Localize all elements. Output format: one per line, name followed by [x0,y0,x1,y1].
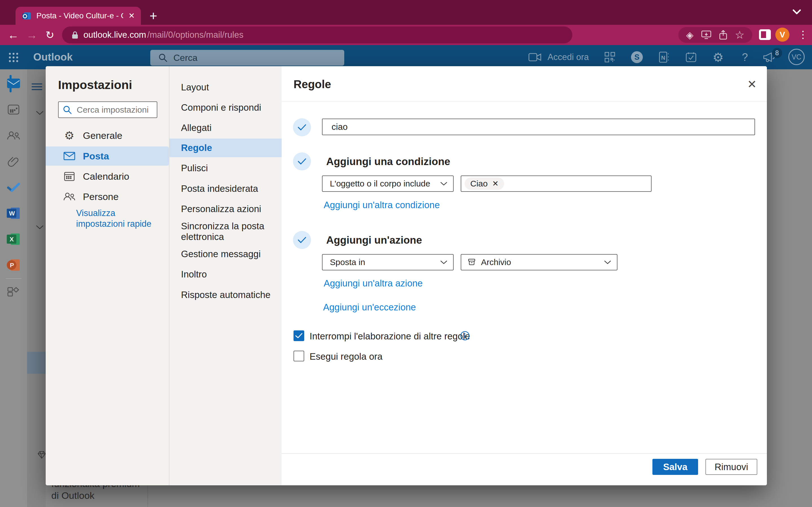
settings-nav-people[interactable]: Persone [46,187,169,206]
search-icon [63,105,72,115]
mail-nav-sync[interactable]: Sincronizza la posta elettronica [169,217,282,245]
settings-search-input[interactable] [76,105,151,115]
outlook-favicon-icon [22,11,31,20]
app-rail: W X P [0,69,27,507]
rail-calendar-icon[interactable] [0,103,27,116]
rail-bundles-icon[interactable] [0,285,27,298]
mail-nav-forwarding[interactable]: Inoltro [169,264,282,284]
new-tab-button[interactable]: + [145,7,162,24]
info-icon[interactable] [460,331,470,341]
rail-powerpoint-icon[interactable]: P [0,258,27,272]
mail-icon [63,152,75,160]
expand-chevron-icon[interactable] [36,225,44,230]
sign-in-link[interactable]: Accedi ora [548,45,589,69]
meet-camera-icon[interactable] [528,45,542,69]
condition-operator-select[interactable]: L'oggetto o il corpo include [322,175,454,192]
rules-editor-pane: Regole ✕ Aggiungi una condizione L'ogget… [282,66,767,485]
remove-button[interactable]: Rimuovi [705,459,757,475]
notification-badge: 8 [772,48,782,58]
mail-nav-customize-actions[interactable]: Personalizza azioni [169,199,282,219]
app-launcher-waffle-icon[interactable] [8,52,19,63]
side-panel-icon[interactable] [759,29,771,40]
onenote-icon[interactable]: N [657,45,671,69]
rail-attachments-icon[interactable] [0,155,27,168]
settings-gear-icon[interactable]: ⚙ [711,45,725,69]
rail-mail-icon[interactable] [0,76,27,90]
condition-value-box[interactable]: Ciao ✕ [461,175,652,192]
action-target-select[interactable]: Archivio [461,254,617,270]
url-bar[interactable]: outlook.live.com /mail/0/options/mail/ru… [62,26,572,43]
add-condition-link[interactable]: Aggiungi un'altra condizione [324,200,440,210]
rail-people-icon[interactable] [0,129,27,142]
tab-close-icon[interactable]: ✕ [128,11,135,20]
rules-title: Regole [294,78,331,91]
mail-nav-compose[interactable]: Componi e rispondi [169,98,282,118]
calendar-icon [63,172,75,181]
share-icon[interactable] [719,30,727,40]
bookmark-star-icon[interactable]: ☆ [735,29,744,41]
chip-remove-icon[interactable]: ✕ [492,179,499,188]
svg-text:X: X [10,236,14,243]
settings-search-box[interactable] [58,101,157,118]
add-action-link[interactable]: Aggiungi un'altra azione [324,278,423,289]
settings-nav-general[interactable]: ⚙ Generale [46,126,169,145]
todo-icon[interactable] [684,45,698,69]
condition-check-indicator [293,152,311,170]
mail-nav-message-handling[interactable]: Gestione messaggi [169,244,282,264]
footer-divider [282,453,767,454]
mail-nav-rules[interactable]: Regole [169,138,282,157]
gear-icon: ⚙ [63,129,75,142]
add-exception-link[interactable]: Aggiungi un'eccezione [323,302,416,313]
url-path: /mail/0/options/mail/rules [147,30,243,40]
back-button[interactable]: ← [6,28,20,42]
browser-tab-bar: Posta - Video Cultur-e - Outlo ✕ + [0,0,812,25]
reload-button[interactable]: ↻ [43,28,57,42]
quick-settings-link[interactable]: Visualizza impostazioni rapide [76,208,151,229]
mail-nav-sweep[interactable]: Pulisci [169,158,282,178]
tab-title: Posta - Video Cultur-e - Outlo [36,11,123,20]
archive-icon [467,258,476,267]
qr-code-icon[interactable] [603,45,617,69]
premium-diamond-icon [38,451,46,459]
skype-icon[interactable]: S [630,45,644,69]
settings-nav-pane: Impostazioni ⚙ Generale Posta Calendario [46,66,169,485]
browser-tab[interactable]: Posta - Video Cultur-e - Outlo ✕ [15,7,141,25]
settings-nav-label: Posta [83,151,109,162]
extensions-icon[interactable]: ◈ [686,29,693,41]
stop-processing-checkbox[interactable] [294,330,304,341]
mail-nav-attachments[interactable]: Allegati [169,118,282,138]
header-search-bar[interactable]: Cerca [150,50,344,66]
action-operator-select[interactable]: Sposta in [322,254,454,270]
browser-menu-icon[interactable]: ⋮ [797,27,809,42]
help-icon[interactable]: ? [739,45,751,69]
install-app-icon[interactable] [701,30,711,40]
chevron-down-icon [440,260,448,265]
save-button[interactable]: Salva [652,459,698,475]
rail-word-icon[interactable]: W [0,207,27,220]
mail-nav-layout[interactable]: Layout [169,77,282,98]
settings-nav-label: Persone [83,191,119,202]
condition-value-chip: Ciao ✕ [465,177,504,190]
outlook-header: Outlook Cerca Accedi ora S N ⚙ ? 8 VC [0,45,812,69]
tab-search-chevron-icon[interactable] [791,8,802,16]
mail-nav-junk[interactable]: Posta indesiderata [169,179,282,199]
browser-profile-avatar[interactable]: V [775,27,790,42]
settings-title: Impostazioni [58,78,132,92]
search-icon [158,53,168,62]
close-icon[interactable]: ✕ [744,76,760,92]
run-now-checkbox[interactable] [294,351,304,361]
url-host: outlook.live.com [84,30,146,40]
rail-divider [6,278,21,279]
settings-nav-mail[interactable]: Posta [46,147,169,166]
rail-excel-icon[interactable]: X [0,232,27,246]
svg-text:W: W [9,210,15,217]
settings-modal: Impostazioni ⚙ Generale Posta Calendario [46,66,767,485]
rail-todo-icon[interactable] [0,180,27,194]
rule-name-input[interactable] [322,119,755,135]
mail-nav-auto-replies[interactable]: Risposte automatiche [169,285,282,305]
collapse-chevron-icon[interactable] [36,110,44,115]
action-check-indicator [293,231,311,249]
account-avatar[interactable]: VC [788,49,805,65]
settings-nav-calendar[interactable]: Calendario [46,167,169,186]
forward-button[interactable]: → [25,28,39,42]
